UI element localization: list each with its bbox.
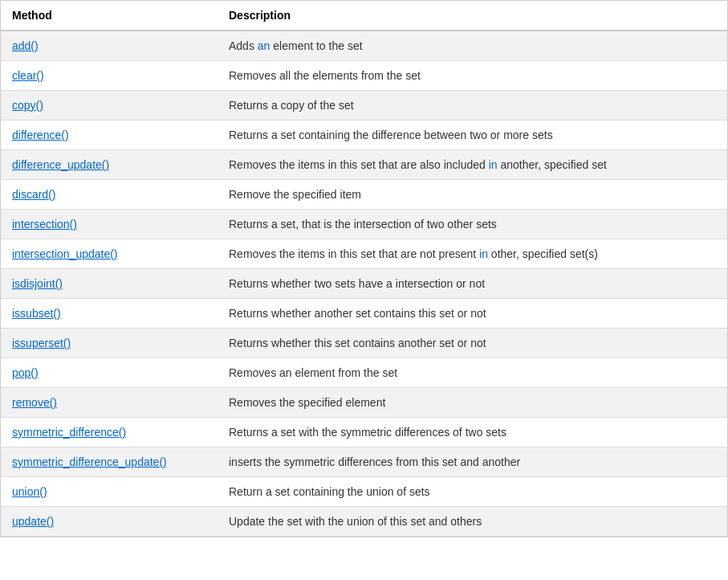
method-cell: symmetric_difference(): [1, 418, 218, 447]
table-row: isdisjoint()Returns whether two sets hav…: [1, 269, 727, 299]
method-link[interactable]: update(): [12, 515, 54, 528]
method-cell: intersection(): [1, 210, 218, 239]
table-row: copy()Returns a copy of the set: [1, 91, 727, 120]
methods-table: Method Description add()Adds an element …: [1, 1, 727, 537]
description-cell: Remove the specified item: [218, 180, 727, 210]
method-link[interactable]: isdisjoint(): [12, 277, 63, 290]
description-cell: Returns whether another set contains thi…: [218, 299, 727, 329]
method-cell: issubset(): [1, 299, 218, 329]
method-link[interactable]: intersection_update(): [12, 247, 118, 260]
method-cell: update(): [1, 507, 218, 537]
method-link[interactable]: intersection(): [12, 218, 77, 231]
method-cell: isdisjoint(): [1, 269, 218, 299]
description-cell: Returns a set containing the difference …: [218, 120, 727, 150]
method-cell: symmetric_difference_update(): [1, 447, 218, 477]
method-link[interactable]: pop(): [12, 366, 39, 379]
method-link[interactable]: remove(): [12, 396, 57, 409]
method-cell: union(): [1, 477, 218, 507]
description-cell: inserts the symmetric differences from t…: [218, 447, 727, 477]
description-cell: Return a set containing the union of set…: [218, 477, 727, 507]
method-link[interactable]: add(): [12, 39, 39, 52]
method-cell: remove(): [1, 388, 218, 418]
table-row: intersection_update()Removes the items i…: [1, 239, 727, 269]
table-row: union()Return a set containing the union…: [1, 477, 727, 507]
table-row: symmetric_difference()Returns a set with…: [1, 418, 727, 447]
table-row: discard()Remove the specified item: [1, 180, 727, 210]
method-cell: discard(): [1, 180, 218, 210]
description-cell: Removes an element from the set: [218, 358, 727, 388]
description-cell: Removes the items in this set that are n…: [218, 239, 727, 269]
description-cell: Returns whether two sets have a intersec…: [218, 269, 727, 299]
method-cell: copy(): [1, 91, 218, 120]
method-link[interactable]: copy(): [12, 99, 43, 112]
description-cell: Returns a set, that is the intersection …: [218, 210, 727, 239]
method-cell: add(): [1, 31, 218, 61]
method-header: Method: [1, 1, 218, 31]
method-link[interactable]: difference_update(): [12, 158, 109, 171]
methods-table-container: Method Description add()Adds an element …: [0, 0, 728, 537]
description-cell: Adds an element to the set: [218, 31, 727, 61]
method-link[interactable]: issuperset(): [12, 337, 71, 349]
method-cell: difference(): [1, 120, 218, 150]
method-link[interactable]: clear(): [12, 69, 44, 82]
table-row: clear()Removes all the elements from the…: [1, 61, 727, 91]
method-cell: difference_update(): [1, 150, 218, 180]
table-row: issubset()Returns whether another set co…: [1, 299, 727, 329]
description-header: Description: [218, 1, 727, 31]
description-cell: Removes all the elements from the set: [218, 61, 727, 91]
method-link[interactable]: issubset(): [12, 307, 61, 320]
method-link[interactable]: symmetric_difference(): [12, 426, 126, 439]
method-cell: issuperset(): [1, 329, 218, 358]
method-link[interactable]: difference(): [12, 129, 69, 141]
description-cell: Removes the specified element: [218, 388, 727, 418]
method-link[interactable]: discard(): [12, 188, 55, 201]
table-row: add()Adds an element to the set: [1, 31, 727, 61]
table-row: remove()Removes the specified element: [1, 388, 727, 418]
table-row: intersection()Returns a set, that is the…: [1, 210, 727, 239]
method-cell: clear(): [1, 61, 218, 91]
description-cell: Returns a set with the symmetric differe…: [218, 418, 727, 447]
description-cell: Returns whether this set contains anothe…: [218, 329, 727, 358]
table-header-row: Method Description: [1, 1, 727, 31]
table-row: issuperset()Returns whether this set con…: [1, 329, 727, 358]
description-cell: Returns a copy of the set: [218, 91, 727, 120]
method-cell: intersection_update(): [1, 239, 218, 269]
description-cell: Update the set with the union of this se…: [218, 507, 727, 537]
table-row: symmetric_difference_update()inserts the…: [1, 447, 727, 477]
table-row: update()Update the set with the union of…: [1, 507, 727, 537]
table-row: difference_update()Removes the items in …: [1, 150, 727, 180]
table-row: difference()Returns a set containing the…: [1, 120, 727, 150]
method-link[interactable]: union(): [12, 485, 47, 498]
method-link[interactable]: symmetric_difference_update(): [12, 455, 167, 468]
description-cell: Removes the items in this set that are a…: [218, 150, 727, 180]
method-cell: pop(): [1, 358, 218, 388]
table-row: pop()Removes an element from the set: [1, 358, 727, 388]
